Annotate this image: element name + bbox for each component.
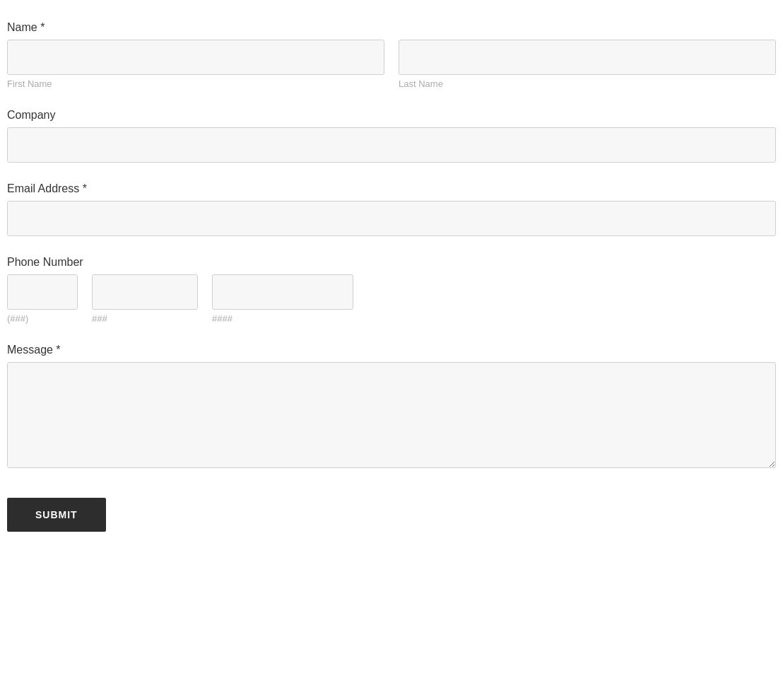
submit-group: SUBMIT xyxy=(7,491,776,532)
phone-area-sublabel: (###) xyxy=(7,313,78,324)
last-name-sublabel: Last Name xyxy=(399,78,776,89)
message-label: Message * xyxy=(7,344,776,356)
phone-area-input[interactable] xyxy=(7,274,78,310)
phone-number-sublabel: #### xyxy=(212,313,353,324)
name-row: First Name Last Name xyxy=(7,40,776,89)
email-group: Email Address * xyxy=(7,182,776,236)
contact-form: Name * First Name Last Name Company Emai… xyxy=(7,14,776,559)
company-group: Company xyxy=(7,109,776,163)
first-name-sublabel: First Name xyxy=(7,78,384,89)
first-name-input[interactable] xyxy=(7,40,384,75)
email-label: Email Address * xyxy=(7,182,776,195)
phone-prefix-input[interactable] xyxy=(92,274,198,310)
submit-button[interactable]: SUBMIT xyxy=(7,498,106,532)
company-input[interactable] xyxy=(7,127,776,163)
phone-group: Phone Number (###) ### #### xyxy=(7,256,776,324)
first-name-col: First Name xyxy=(7,40,384,89)
message-group: Message * xyxy=(7,344,776,471)
phone-prefix-sublabel: ### xyxy=(92,313,198,324)
company-label: Company xyxy=(7,109,776,122)
phone-prefix-col: ### xyxy=(92,274,198,324)
message-textarea[interactable] xyxy=(7,362,776,468)
phone-row: (###) ### #### xyxy=(7,274,776,324)
last-name-input[interactable] xyxy=(399,40,776,75)
phone-label: Phone Number xyxy=(7,256,776,269)
last-name-col: Last Name xyxy=(399,40,776,89)
email-input[interactable] xyxy=(7,201,776,236)
phone-number-col: #### xyxy=(212,274,353,324)
phone-area-col: (###) xyxy=(7,274,78,324)
phone-number-input[interactable] xyxy=(212,274,353,310)
name-group: Name * First Name Last Name xyxy=(7,21,776,89)
name-label: Name * xyxy=(7,21,776,34)
